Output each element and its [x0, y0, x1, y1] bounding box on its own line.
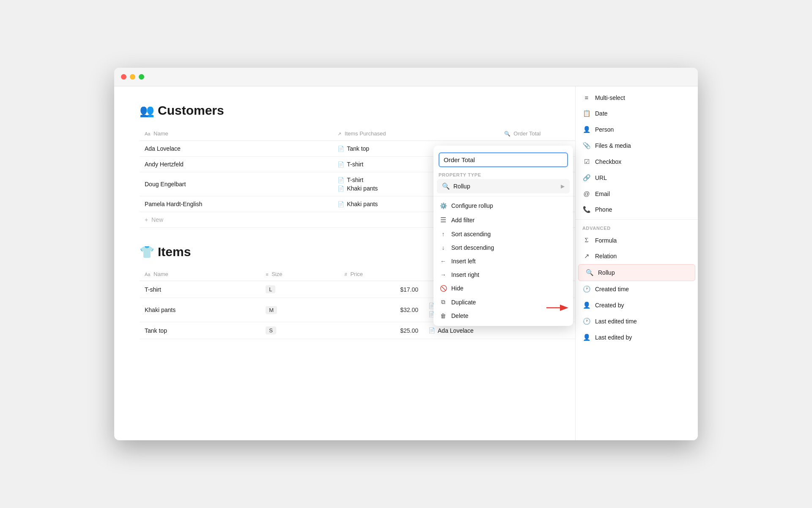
property-panel: ≡ Multi-select 📋 Date 👤 Person 📎 Files &… — [575, 86, 698, 440]
divider — [433, 196, 573, 196]
context-menu: PROPERTY TYPE 🔍 Rollup ▶ ⚙️ Configure ro… — [433, 146, 573, 326]
arrow-indicator — [546, 301, 572, 316]
minimize-button[interactable] — [130, 74, 135, 80]
multiselect-icon: ≡ — [582, 94, 591, 101]
prop-email[interactable]: @ Email — [576, 186, 698, 202]
relation-icon: ↗ — [582, 252, 591, 260]
prop-last-edited-by[interactable]: 👤 Last edited by — [576, 329, 698, 345]
hide-label: Hide — [451, 285, 464, 292]
item-price[interactable]: $25.00 — [340, 322, 423, 339]
items-col-size[interactable]: ≡ Size — [261, 268, 340, 281]
prop-phone-label: Phone — [595, 206, 612, 213]
property-type-label: PROPERTY TYPE — [433, 170, 573, 179]
items-col-name[interactable]: Aa Name — [140, 268, 261, 281]
item-price[interactable]: $17.00 — [340, 281, 423, 298]
insert-right-label: Insert right — [451, 271, 479, 278]
gear-icon: ⚙️ — [439, 202, 447, 209]
prop-last-edited-time-label: Last edited time — [595, 318, 637, 325]
prop-email-label: Email — [595, 190, 610, 197]
item-size[interactable]: L — [261, 281, 340, 298]
rollup-icon: 🔍 — [442, 182, 450, 190]
content-area: 👥 Customers ··· Aa Name ↗ Items Purchase… — [114, 86, 698, 440]
item-size[interactable]: M — [261, 298, 340, 322]
prop-relation-label: Relation — [595, 253, 617, 260]
rollup-type-label: Rollup — [453, 183, 470, 190]
insert-left-item[interactable]: ← Insert left — [433, 254, 573, 268]
person-icon: 👤 — [582, 126, 591, 133]
customers-col-name[interactable]: Aa Name — [140, 126, 332, 141]
context-input-row — [433, 149, 573, 170]
prop-date-label: Date — [595, 110, 608, 117]
prop-rollup-label: Rollup — [598, 269, 615, 276]
prop-formula[interactable]: Σ Formula — [576, 232, 698, 248]
customers-title: Customers — [158, 103, 224, 118]
prop-last-edited-time[interactable]: 🕐 Last edited time — [576, 313, 698, 329]
checkbox-icon: ☑ — [582, 158, 591, 166]
prop-checkbox-label: Checkbox — [595, 158, 621, 165]
item-name[interactable]: Tank top — [140, 322, 261, 339]
prop-created-by-label: Created by — [595, 302, 624, 309]
rollup-type-row[interactable]: 🔍 Rollup ▶ — [437, 179, 570, 193]
customer-name[interactable]: Doug Engelbart — [140, 172, 332, 196]
email-icon: @ — [582, 190, 591, 197]
prop-relation[interactable]: ↗ Relation — [576, 248, 698, 264]
prop-person-label: Person — [595, 126, 614, 133]
sort-ascending-label: Sort ascending — [451, 231, 491, 237]
prop-multiselect[interactable]: ≡ Multi-select — [576, 90, 698, 105]
delete-label: Delete — [451, 312, 468, 319]
hide-item[interactable]: 🚫 Hide — [433, 282, 573, 295]
column-name-input[interactable] — [439, 152, 568, 167]
sort-descending-item[interactable]: ↓ Sort descending — [433, 241, 573, 254]
customers-emoji: 👥 — [140, 104, 154, 118]
maximize-button[interactable] — [139, 74, 144, 80]
date-icon: 📋 — [582, 110, 591, 117]
duplicate-icon: ⧉ — [439, 298, 447, 306]
customer-name[interactable]: Ada Lovelace — [140, 141, 332, 157]
advanced-section-label: ADVANCED — [576, 221, 698, 232]
configure-rollup-item[interactable]: ⚙️ Configure rollup — [433, 199, 573, 213]
customer-name[interactable]: Andy Hertzfeld — [140, 157, 332, 172]
rollup-prop-icon: 🔍 — [585, 269, 594, 276]
prop-last-edited-by-label: Last edited by — [595, 334, 632, 341]
prop-files[interactable]: 📎 Files & media — [576, 138, 698, 154]
insert-left-label: Insert left — [451, 258, 476, 265]
sort-ascending-item[interactable]: ↑ Sort ascending — [433, 227, 573, 241]
phone-icon: 📞 — [582, 206, 591, 213]
add-filter-item[interactable]: ☰ Add filter — [433, 213, 573, 227]
add-filter-label: Add filter — [451, 217, 475, 224]
prop-rollup[interactable]: 🔍 Rollup — [578, 264, 695, 281]
title-bar — [114, 68, 698, 86]
item-name[interactable]: Khaki pants — [140, 298, 261, 322]
prop-created-by[interactable]: 👤 Created by — [576, 297, 698, 313]
prop-person[interactable]: 👤 Person — [576, 121, 698, 138]
items-title: Items — [158, 245, 191, 259]
sort-ascending-icon: ↑ — [439, 231, 447, 237]
filter-icon: ☰ — [439, 216, 447, 224]
item-name[interactable]: T-shirt — [140, 281, 261, 298]
customers-col-items[interactable]: ↗ Items Purchased — [332, 126, 499, 141]
prop-url[interactable]: 🔗 URL — [576, 170, 698, 186]
insert-right-item[interactable]: → Insert right — [433, 268, 573, 282]
prop-date[interactable]: 📋 Date — [576, 105, 698, 121]
prop-created-time[interactable]: 🕐 Created time — [576, 281, 698, 297]
prop-url-label: URL — [595, 174, 607, 181]
prop-phone[interactable]: 📞 Phone — [576, 202, 698, 218]
customer-name[interactable]: Pamela Hardt-English — [140, 196, 332, 212]
advanced-divider — [576, 219, 698, 220]
item-size[interactable]: S — [261, 322, 340, 339]
prop-checkbox[interactable]: ☑ Checkbox — [576, 154, 698, 170]
app-window: 👥 Customers ··· Aa Name ↗ Items Purchase… — [114, 68, 698, 440]
chevron-right-icon: ▶ — [561, 183, 565, 189]
configure-rollup-label: Configure rollup — [451, 202, 493, 209]
files-icon: 📎 — [582, 142, 591, 149]
prop-formula-label: Formula — [595, 237, 617, 244]
items-col-price[interactable]: # Price — [340, 268, 423, 281]
close-button[interactable] — [121, 74, 126, 80]
item-price[interactable]: $32.00 — [340, 298, 423, 322]
last-edited-time-icon: 🕐 — [582, 318, 591, 325]
created-by-icon: 👤 — [582, 301, 591, 309]
sort-descending-label: Sort descending — [451, 244, 494, 251]
url-icon: 🔗 — [582, 174, 591, 182]
insert-right-icon: → — [439, 271, 447, 278]
prop-multiselect-label: Multi-select — [595, 94, 625, 101]
